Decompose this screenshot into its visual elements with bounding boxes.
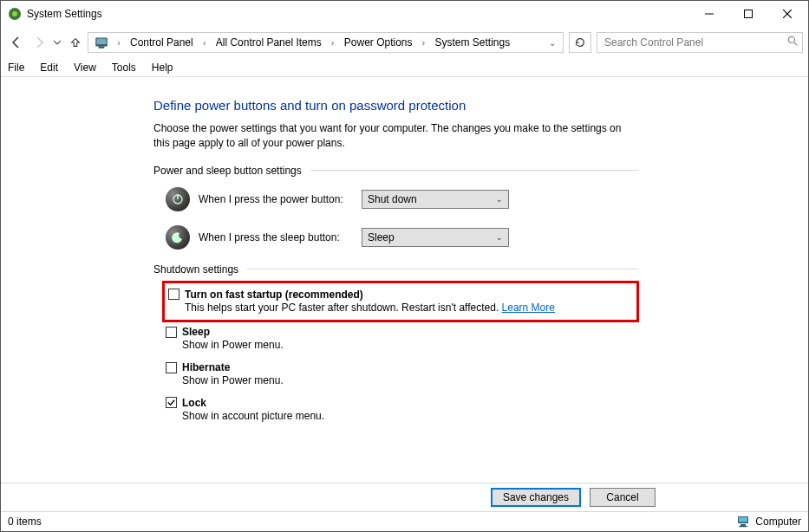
fast-startup-desc: This helps start your PC faster after sh…	[168, 301, 630, 315]
svg-rect-8	[99, 47, 105, 49]
hibernate-checkbox[interactable]	[166, 362, 177, 373]
save-changes-button[interactable]: Save changes	[491, 488, 581, 507]
status-location: Computer	[755, 516, 801, 528]
title-bar: System Settings	[1, 1, 808, 27]
svg-rect-3	[744, 10, 752, 18]
menu-bar: File Edit View Tools Help	[1, 58, 808, 77]
maximize-button[interactable]	[728, 2, 767, 27]
chevron-right-icon[interactable]: ›	[417, 38, 429, 48]
svg-rect-7	[96, 39, 106, 45]
back-button[interactable]	[6, 32, 27, 53]
breadcrumb-bar[interactable]: › Control Panel › All Control Panel Item…	[88, 32, 564, 53]
status-bar: 0 items Computer	[1, 512, 808, 531]
breadcrumb-item[interactable]: Control Panel	[125, 33, 199, 52]
hibernate-option-label: Hibernate	[182, 361, 230, 373]
lock-checkbox[interactable]	[166, 397, 177, 408]
menu-view[interactable]: View	[72, 62, 98, 74]
chevron-right-icon[interactable]: ›	[327, 38, 339, 48]
svg-rect-16	[739, 526, 747, 527]
menu-help[interactable]: Help	[150, 62, 175, 74]
control-panel-icon	[94, 35, 109, 50]
computer-icon	[736, 516, 750, 528]
recent-locations-button[interactable]	[51, 32, 63, 53]
svg-point-9	[788, 36, 794, 42]
app-icon	[8, 7, 22, 21]
lock-option-desc: Show in account picture menu.	[166, 409, 639, 424]
status-item-count: 0 items	[8, 516, 736, 528]
breadcrumb-item[interactable]: System Settings	[429, 33, 515, 52]
up-button[interactable]	[65, 32, 86, 53]
breadcrumb-item[interactable]: Power Options	[339, 33, 418, 52]
lock-option-label: Lock	[182, 397, 206, 409]
section-power-sleep: Power and sleep button settings	[153, 165, 639, 177]
minimize-button[interactable]	[689, 2, 728, 27]
fast-startup-label: Turn on fast startup (recommended)	[185, 289, 363, 301]
power-button-row: When I press the power button: Shut down…	[153, 182, 808, 220]
close-button[interactable]	[767, 2, 806, 27]
svg-rect-14	[739, 517, 747, 522]
hibernate-option: Hibernate Show in Power menu.	[153, 360, 639, 395]
page-heading: Define power buttons and turn on passwor…	[153, 98, 808, 113]
page-description: Choose the power settings that you want …	[153, 121, 639, 151]
section-shutdown: Shutdown settings	[153, 263, 639, 276]
sleep-button-label: When I press the sleep button:	[199, 231, 353, 243]
search-placeholder: Search Control Panel	[604, 36, 787, 49]
chevron-right-icon[interactable]: ›	[113, 38, 125, 48]
search-icon	[787, 36, 799, 49]
navigation-bar: › Control Panel › All Control Panel Item…	[1, 27, 808, 58]
menu-file[interactable]: File	[6, 62, 26, 74]
svg-rect-15	[740, 524, 746, 526]
sleep-option: Sleep Show in Power menu.	[153, 324, 639, 360]
sleep-icon	[166, 225, 190, 250]
sleep-button-row: When I press the sleep button: Sleep ⌄	[153, 220, 808, 258]
lock-option: Lock Show in account picture menu.	[153, 395, 639, 431]
power-button-dropdown[interactable]: Shut down ⌄	[362, 190, 509, 209]
power-button-label: When I press the power button:	[199, 193, 353, 205]
window-title: System Settings	[27, 8, 102, 20]
sleep-checkbox[interactable]	[166, 327, 177, 338]
learn-more-link[interactable]: Learn More	[502, 302, 555, 314]
hibernate-option-desc: Show in Power menu.	[166, 373, 639, 388]
content-area: Define power buttons and turn on passwor…	[1, 77, 808, 483]
breadcrumb-item[interactable]: All Control Panel Items	[211, 33, 327, 52]
chevron-right-icon[interactable]: ›	[199, 38, 211, 48]
search-input[interactable]: Search Control Panel	[597, 32, 803, 53]
cancel-button[interactable]: Cancel	[590, 488, 656, 507]
sleep-option-desc: Show in Power menu.	[166, 338, 639, 353]
refresh-button[interactable]	[569, 32, 591, 53]
svg-line-10	[794, 42, 797, 45]
menu-tools[interactable]: Tools	[110, 62, 138, 74]
menu-edit[interactable]: Edit	[38, 62, 60, 74]
chevron-down-icon: ⌄	[496, 195, 503, 204]
svg-point-1	[12, 11, 17, 16]
power-icon	[166, 187, 190, 211]
chevron-down-icon: ⌄	[496, 233, 503, 242]
sleep-option-label: Sleep	[182, 326, 210, 338]
action-button-bar: Save changes Cancel	[1, 483, 808, 512]
sleep-button-dropdown[interactable]: Sleep ⌄	[362, 228, 509, 247]
chevron-down-icon[interactable]: ⌄	[544, 38, 561, 48]
fast-startup-highlight: Turn on fast startup (recommended) This …	[162, 281, 639, 323]
forward-button[interactable]	[29, 32, 49, 53]
fast-startup-checkbox[interactable]	[168, 289, 179, 300]
